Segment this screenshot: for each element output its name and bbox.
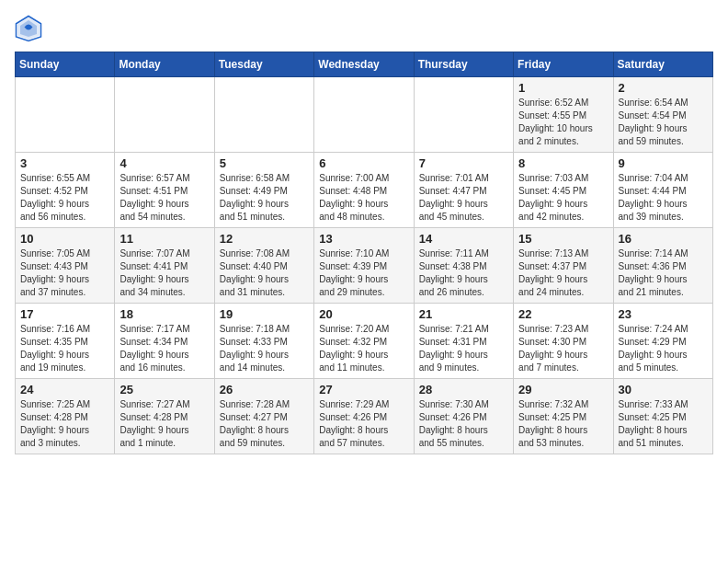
day-number: 7 xyxy=(419,156,508,170)
day-info: Sunrise: 7:08 AM Sunset: 4:40 PM Dayligh… xyxy=(220,247,309,299)
day-info: Sunrise: 7:29 AM Sunset: 4:26 PM Dayligh… xyxy=(319,398,408,450)
day-number: 22 xyxy=(518,307,608,321)
calendar-cell: 10Sunrise: 7:05 AM Sunset: 4:43 PM Dayli… xyxy=(16,228,115,304)
calendar-week-row: 24Sunrise: 7:25 AM Sunset: 4:28 PM Dayli… xyxy=(16,379,713,454)
day-number: 2 xyxy=(619,81,708,95)
calendar-cell: 29Sunrise: 7:32 AM Sunset: 4:25 PM Dayli… xyxy=(514,379,613,454)
day-number: 19 xyxy=(220,307,309,321)
day-number: 11 xyxy=(119,232,209,246)
calendar-cell: 28Sunrise: 7:30 AM Sunset: 4:26 PM Dayli… xyxy=(414,379,513,454)
day-info: Sunrise: 7:21 AM Sunset: 4:31 PM Dayligh… xyxy=(419,323,508,374)
day-info: Sunrise: 7:17 AM Sunset: 4:34 PM Dayligh… xyxy=(119,323,209,374)
calendar-cell: 6Sunrise: 7:00 AM Sunset: 4:48 PM Daylig… xyxy=(314,153,414,228)
day-info: Sunrise: 7:14 AM Sunset: 4:36 PM Dayligh… xyxy=(619,247,708,299)
calendar-cell: 19Sunrise: 7:18 AM Sunset: 4:33 PM Dayli… xyxy=(214,304,313,379)
calendar-cell: 24Sunrise: 7:25 AM Sunset: 4:28 PM Dayli… xyxy=(16,379,115,454)
day-number: 16 xyxy=(619,232,708,246)
day-info: Sunrise: 6:52 AM Sunset: 4:55 PM Dayligh… xyxy=(518,97,608,148)
weekday-header: Wednesday xyxy=(314,52,414,77)
day-info: Sunrise: 6:55 AM Sunset: 4:52 PM Dayligh… xyxy=(20,172,109,224)
day-info: Sunrise: 7:01 AM Sunset: 4:47 PM Dayligh… xyxy=(419,172,508,224)
calendar-cell: 14Sunrise: 7:11 AM Sunset: 4:38 PM Dayli… xyxy=(414,228,513,304)
calendar-cell xyxy=(314,77,414,153)
day-info: Sunrise: 7:07 AM Sunset: 4:41 PM Dayligh… xyxy=(119,247,209,299)
day-info: Sunrise: 7:32 AM Sunset: 4:25 PM Dayligh… xyxy=(518,398,608,450)
calendar-cell xyxy=(16,77,115,153)
calendar-cell: 12Sunrise: 7:08 AM Sunset: 4:40 PM Dayli… xyxy=(214,228,313,304)
day-number: 18 xyxy=(119,307,209,321)
day-number: 15 xyxy=(518,232,608,246)
calendar-cell: 21Sunrise: 7:21 AM Sunset: 4:31 PM Dayli… xyxy=(414,304,513,379)
day-number: 23 xyxy=(619,307,708,321)
calendar-cell: 30Sunrise: 7:33 AM Sunset: 4:25 PM Dayli… xyxy=(613,379,712,454)
day-info: Sunrise: 7:28 AM Sunset: 4:27 PM Dayligh… xyxy=(220,398,309,450)
day-number: 1 xyxy=(518,81,608,95)
calendar-cell: 20Sunrise: 7:20 AM Sunset: 4:32 PM Dayli… xyxy=(314,304,414,379)
day-info: Sunrise: 7:00 AM Sunset: 4:48 PM Dayligh… xyxy=(319,172,408,224)
calendar-cell: 16Sunrise: 7:14 AM Sunset: 4:36 PM Dayli… xyxy=(613,228,712,304)
weekday-header: Tuesday xyxy=(214,52,313,77)
weekday-header: Sunday xyxy=(16,52,115,77)
day-number: 29 xyxy=(518,383,608,396)
day-number: 30 xyxy=(619,383,708,396)
page-header xyxy=(15,15,713,42)
weekday-header: Monday xyxy=(115,52,214,77)
day-info: Sunrise: 7:16 AM Sunset: 4:35 PM Dayligh… xyxy=(20,323,109,374)
day-number: 26 xyxy=(220,383,309,396)
weekday-header-row: SundayMondayTuesdayWednesdayThursdayFrid… xyxy=(16,52,713,77)
calendar-cell: 25Sunrise: 7:27 AM Sunset: 4:28 PM Dayli… xyxy=(115,379,214,454)
day-info: Sunrise: 7:23 AM Sunset: 4:30 PM Dayligh… xyxy=(518,323,608,374)
day-info: Sunrise: 7:20 AM Sunset: 4:32 PM Dayligh… xyxy=(319,323,408,374)
day-number: 14 xyxy=(419,232,508,246)
day-info: Sunrise: 6:57 AM Sunset: 4:51 PM Dayligh… xyxy=(119,172,209,224)
day-info: Sunrise: 6:58 AM Sunset: 4:49 PM Dayligh… xyxy=(220,172,309,224)
day-info: Sunrise: 7:27 AM Sunset: 4:28 PM Dayligh… xyxy=(119,398,209,450)
calendar-cell xyxy=(214,77,313,153)
calendar-week-row: 1Sunrise: 6:52 AM Sunset: 4:55 PM Daylig… xyxy=(16,77,713,153)
calendar-cell: 7Sunrise: 7:01 AM Sunset: 4:47 PM Daylig… xyxy=(414,153,513,228)
calendar-table: SundayMondayTuesdayWednesdayThursdayFrid… xyxy=(15,52,713,454)
calendar-cell: 27Sunrise: 7:29 AM Sunset: 4:26 PM Dayli… xyxy=(314,379,414,454)
calendar-cell xyxy=(414,77,513,153)
weekday-header: Friday xyxy=(514,52,613,77)
calendar-cell: 5Sunrise: 6:58 AM Sunset: 4:49 PM Daylig… xyxy=(214,153,313,228)
day-number: 9 xyxy=(619,156,708,170)
day-number: 10 xyxy=(20,232,109,246)
day-info: Sunrise: 7:03 AM Sunset: 4:45 PM Dayligh… xyxy=(518,172,608,224)
day-info: Sunrise: 7:05 AM Sunset: 4:43 PM Dayligh… xyxy=(20,247,109,299)
day-number: 21 xyxy=(419,307,508,321)
calendar-cell: 8Sunrise: 7:03 AM Sunset: 4:45 PM Daylig… xyxy=(514,153,613,228)
logo xyxy=(15,15,46,42)
calendar-cell: 2Sunrise: 6:54 AM Sunset: 4:54 PM Daylig… xyxy=(613,77,712,153)
calendar-cell: 23Sunrise: 7:24 AM Sunset: 4:29 PM Dayli… xyxy=(613,304,712,379)
day-number: 8 xyxy=(518,156,608,170)
calendar-cell: 1Sunrise: 6:52 AM Sunset: 4:55 PM Daylig… xyxy=(514,77,613,153)
calendar-cell: 13Sunrise: 7:10 AM Sunset: 4:39 PM Dayli… xyxy=(314,228,414,304)
day-info: Sunrise: 7:25 AM Sunset: 4:28 PM Dayligh… xyxy=(20,398,109,450)
calendar-week-row: 10Sunrise: 7:05 AM Sunset: 4:43 PM Dayli… xyxy=(16,228,713,304)
day-number: 17 xyxy=(20,307,109,321)
day-info: Sunrise: 7:30 AM Sunset: 4:26 PM Dayligh… xyxy=(419,398,508,450)
calendar-week-row: 3Sunrise: 6:55 AM Sunset: 4:52 PM Daylig… xyxy=(16,153,713,228)
day-info: Sunrise: 7:13 AM Sunset: 4:37 PM Dayligh… xyxy=(518,247,608,299)
calendar-cell: 9Sunrise: 7:04 AM Sunset: 4:44 PM Daylig… xyxy=(613,153,712,228)
calendar-week-row: 17Sunrise: 7:16 AM Sunset: 4:35 PM Dayli… xyxy=(16,304,713,379)
calendar-cell: 3Sunrise: 6:55 AM Sunset: 4:52 PM Daylig… xyxy=(16,153,115,228)
logo-icon xyxy=(15,15,42,42)
weekday-header: Saturday xyxy=(613,52,712,77)
day-number: 6 xyxy=(319,156,408,170)
calendar-cell xyxy=(115,77,214,153)
calendar-cell: 17Sunrise: 7:16 AM Sunset: 4:35 PM Dayli… xyxy=(16,304,115,379)
day-info: Sunrise: 7:24 AM Sunset: 4:29 PM Dayligh… xyxy=(619,323,708,374)
day-number: 27 xyxy=(319,383,408,396)
day-info: Sunrise: 7:11 AM Sunset: 4:38 PM Dayligh… xyxy=(419,247,508,299)
calendar-cell: 4Sunrise: 6:57 AM Sunset: 4:51 PM Daylig… xyxy=(115,153,214,228)
day-number: 12 xyxy=(220,232,309,246)
calendar-cell: 26Sunrise: 7:28 AM Sunset: 4:27 PM Dayli… xyxy=(214,379,313,454)
day-number: 28 xyxy=(419,383,508,396)
calendar-cell: 18Sunrise: 7:17 AM Sunset: 4:34 PM Dayli… xyxy=(115,304,214,379)
day-number: 20 xyxy=(319,307,408,321)
calendar-cell: 22Sunrise: 7:23 AM Sunset: 4:30 PM Dayli… xyxy=(514,304,613,379)
calendar-cell: 15Sunrise: 7:13 AM Sunset: 4:37 PM Dayli… xyxy=(514,228,613,304)
day-number: 25 xyxy=(119,383,209,396)
